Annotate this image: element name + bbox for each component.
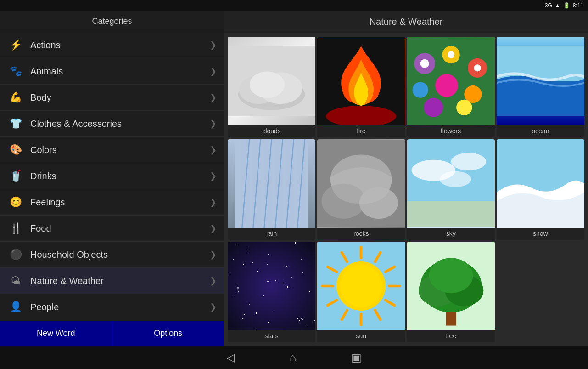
svg-point-35 [451, 153, 486, 170]
sidebar-arrow-drinks: ❯ [210, 171, 217, 181]
sidebar-item-people[interactable]: 👤 People ❯ [0, 294, 224, 320]
right-panel-title: Nature & Weather [224, 11, 588, 33]
sidebar-item-nature[interactable]: 🌤 Nature & Weather ❯ [0, 268, 224, 294]
sidebar-icon-actions: ⚡ [7, 37, 24, 53]
sidebar-label-household: Household Objects [30, 250, 210, 260]
sun-label: sun [356, 332, 367, 340]
sidebar: Categories ⚡ Actions ❯ 🐾 Animals ❯ 💪 Bod… [0, 11, 224, 346]
sidebar-label-people: People [30, 302, 210, 312]
sidebar-icon-food: 🍴 [7, 220, 24, 237]
ocean-image [497, 37, 584, 125]
svg-rect-33 [407, 201, 495, 227]
sidebar-label-drinks: Drinks [30, 171, 210, 182]
svg-point-12 [435, 74, 458, 97]
sidebar-title: Categories [0, 11, 224, 32]
main-area: Categories ⚡ Actions ❯ 🐾 Animals ❯ 💪 Bod… [0, 11, 588, 346]
svg-point-14 [424, 98, 443, 117]
bottom-bar: New Word Options [0, 321, 224, 346]
sidebar-label-colors: Colors [30, 145, 210, 155]
sun-image [317, 242, 405, 330]
sidebar-arrow-feelings: ❯ [210, 197, 217, 207]
sidebar-item-body[interactable]: 💪 Body ❯ [0, 85, 224, 111]
rocks-image [317, 139, 405, 228]
back-icon[interactable]: ◁ [226, 351, 235, 364]
stars-label: stars [264, 332, 278, 340]
status-bar: 3G ▲ 🔋 8:11 [0, 0, 588, 11]
sidebar-icon-people: 👤 [7, 299, 24, 315]
signal-icon: 3G [545, 2, 552, 9]
stars-img [228, 242, 315, 330]
sidebar-item-actions[interactable]: ⚡ Actions ❯ [0, 32, 224, 58]
grid-item-sun[interactable]: sun [317, 242, 405, 342]
options-button[interactable]: Options [112, 321, 224, 346]
recent-icon[interactable]: ▣ [351, 351, 362, 364]
sidebar-item-animals[interactable]: 🐾 Animals ❯ [0, 58, 224, 85]
rocks-label: rocks [353, 230, 369, 237]
tree-image [407, 242, 495, 330]
flowers-label: flowers [441, 127, 461, 135]
ocean-label: ocean [532, 127, 549, 135]
tree-label: tree [445, 332, 456, 340]
sidebar-label-clothes: Clothes & Accessories [30, 119, 210, 129]
grid-item-rain[interactable]: rain [228, 139, 315, 240]
sidebar-arrow-animals: ❯ [210, 66, 217, 76]
grid-item-ocean[interactable]: ocean [497, 37, 584, 137]
grid-item-fire[interactable]: fire [317, 37, 405, 137]
sidebar-icon-body: 💪 [7, 89, 24, 106]
battery-icon: 🔋 [563, 2, 570, 9]
grid-item-snow[interactable]: snow [497, 139, 584, 240]
clouds-label: clouds [262, 127, 280, 135]
sidebar-label-feelings: Feelings [30, 197, 210, 208]
grid-item-clouds[interactable]: clouds [228, 37, 315, 137]
sidebar-arrow-colors: ❯ [210, 145, 217, 155]
fire-label: fire [357, 127, 365, 135]
sidebar-arrow-actions: ❯ [210, 40, 217, 50]
new-word-button[interactable]: New Word [0, 321, 112, 346]
sky-image [407, 139, 495, 228]
sidebar-icon-household: ⚫ [7, 246, 24, 263]
grid-item-flowers[interactable]: flowers [407, 37, 495, 137]
time-display: 8:11 [573, 2, 583, 9]
grid-item-rocks[interactable]: rocks [317, 139, 405, 240]
grid-item-tree[interactable]: tree [407, 242, 495, 342]
svg-point-17 [447, 51, 454, 58]
svg-point-15 [456, 100, 472, 115]
right-panel: Nature & Weather clouds fire [224, 11, 588, 346]
svg-point-18 [474, 64, 481, 71]
sidebar-icon-nature: 🌤 [7, 272, 24, 289]
sidebar-item-household[interactable]: ⚫ Household Objects ❯ [0, 242, 224, 268]
svg-point-11 [412, 82, 428, 97]
sidebar-icon-animals: 🐾 [7, 63, 24, 79]
sidebar-arrow-nature: ❯ [210, 276, 217, 286]
sidebar-label-nature: Nature & Weather [30, 276, 210, 286]
home-icon[interactable]: ⌂ [290, 351, 297, 364]
sidebar-item-colors[interactable]: 🎨 Colors ❯ [0, 137, 224, 163]
svg-point-52 [340, 265, 382, 307]
sidebar-item-feelings[interactable]: 😊 Feelings ❯ [0, 189, 224, 216]
sidebar-arrow-clothes: ❯ [210, 119, 217, 129]
sidebar-item-food[interactable]: 🍴 Food ❯ [0, 216, 224, 242]
sidebar-item-clothes[interactable]: 👕 Clothes & Accessories ❯ [0, 111, 224, 137]
sidebar-label-food: Food [30, 223, 210, 234]
rain-image [228, 139, 315, 228]
stars-image [228, 242, 315, 330]
sidebar-icon-clothes: 👕 [7, 115, 24, 132]
flowers-image [407, 37, 495, 125]
svg-point-58 [429, 258, 473, 293]
sidebar-item-drinks[interactable]: 🥤 Drinks ❯ [0, 163, 224, 189]
sidebar-icon-drinks: 🥤 [7, 168, 24, 184]
rain-label: rain [266, 230, 277, 237]
svg-point-16 [420, 59, 429, 68]
sidebar-label-animals: Animals [30, 66, 210, 77]
sidebar-arrow-food: ❯ [210, 223, 217, 233]
grid-item-stars[interactable]: stars [228, 242, 315, 342]
sidebar-list: ⚡ Actions ❯ 🐾 Animals ❯ 💪 Body ❯ 👕 Cloth… [0, 32, 224, 321]
sidebar-icon-feelings: 😊 [7, 194, 24, 210]
grid-item-sky[interactable]: sky [407, 139, 495, 240]
snow-label: snow [533, 230, 548, 237]
svg-point-36 [439, 171, 471, 187]
fire-image [317, 37, 405, 125]
wifi-icon: ▲ [555, 2, 560, 9]
sidebar-arrow-household: ❯ [210, 250, 217, 260]
sidebar-arrow-body: ❯ [210, 92, 217, 102]
